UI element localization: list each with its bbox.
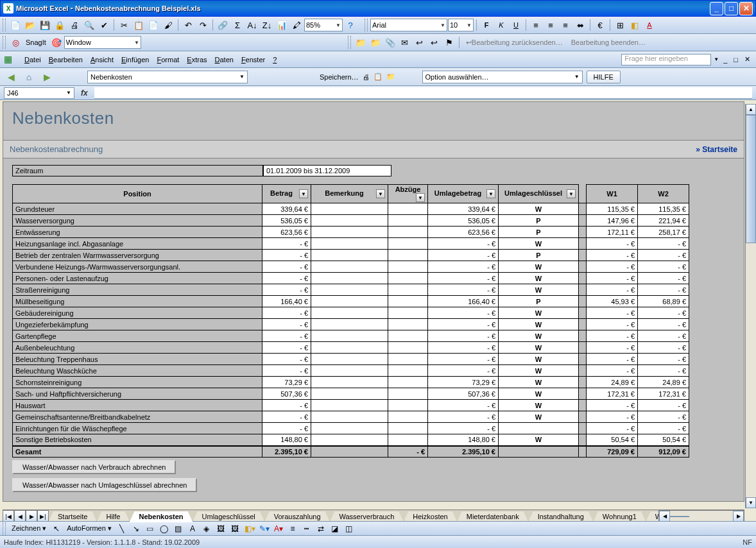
table-row[interactable]: Wasserversorgung536,05 €536,05 €P147,96 … [13,215,689,227]
save-folder-icon[interactable]: 📁 [386,73,395,81]
ask-question-box[interactable]: Frage hier eingeben [621,54,711,65]
col-umlagebetrag[interactable]: Umlagebetrag▼ [428,185,499,203]
align-center-icon[interactable]: ≡ [544,18,558,32]
chart-icon[interactable]: 📊 [275,18,289,32]
menu-?[interactable]: ? [269,55,280,65]
oval-icon[interactable]: ◯ [158,523,171,535]
filter-icon[interactable]: ▼ [567,189,576,198]
clipart-icon[interactable]: 🖼 [214,523,227,535]
drawing-icon[interactable]: 🖍 [289,18,304,32]
vertical-scrollbar[interactable]: ▲ ▼ [745,104,756,508]
option-combo[interactable]: Option auswählen…▼ [422,71,583,83]
filter-icon[interactable]: ▼ [376,189,385,198]
table-row[interactable]: Gemeinschaftsantenne/Breitbandkabelnetz-… [13,411,689,423]
envelope-icon[interactable]: ✉ [398,35,412,49]
dashstyle-icon[interactable]: ┅ [300,523,313,535]
name-box[interactable]: J46▼ [4,87,74,99]
col-w2[interactable]: W2 [638,185,689,203]
fx-icon[interactable]: fx [81,89,88,98]
hscroll-thumb[interactable] [670,516,689,517]
underline-icon[interactable]: U [509,18,523,32]
format-painter-icon[interactable]: 🖌 [161,18,175,32]
3d-icon[interactable]: ◫ [343,523,356,535]
fillcolor-icon[interactable]: ◧▾ [244,523,257,535]
table-row[interactable]: Müllbeseitigung166,40 €166,40 €P45,93 €6… [13,296,689,307]
textbox-icon[interactable]: ▤ [172,523,185,535]
filter-icon[interactable]: ▼ [299,189,308,198]
menu-extras[interactable]: Extras [183,55,210,65]
close-button[interactable]: ✕ [739,2,753,15]
table-row[interactable]: Personen- oder Lastenaufzug- €- €W- €- € [13,273,689,284]
align-right-icon[interactable]: ≡ [558,18,572,32]
replyall-icon[interactable]: ↩ [427,35,442,49]
table-row[interactable]: Grundsteuer339,64 €339,64 €W115,35 €115,… [13,203,689,215]
arrowstyle-icon[interactable]: ⇄ [314,523,327,535]
picture-icon[interactable]: 🖼 [228,523,241,535]
scroll-down-icon[interactable]: ▼ [746,497,756,508]
cut-icon[interactable]: ✂ [117,18,131,32]
review-end[interactable]: Bearbeitung beenden… [567,36,649,49]
section-combo[interactable]: Nebenkosten▼ [87,71,248,83]
minimize-button[interactable]: _ [710,2,723,15]
autosum-icon[interactable]: Σ [230,18,245,32]
sort-desc-icon[interactable]: Z↓ [260,18,274,32]
table-row[interactable]: Verbundene Heizungs-/Warmwasserversorgun… [13,261,689,273]
calc-by-consumption-button[interactable]: Wasser/Abwasser nach Verbrauch abrechnen [12,460,176,474]
col-position[interactable]: Position [13,185,262,203]
table-row[interactable]: Heizungsanlage incl. Abgasanlage- €- €W-… [13,238,689,250]
menu-bearbeiten[interactable]: Bearbeiten [45,55,87,65]
table-row[interactable]: Beleuchtung Treppenhaus- €- €W- €- € [13,354,689,365]
folder2-icon[interactable]: 📁 [368,35,382,49]
table-row[interactable]: Ungezieferbekämpfung- €- €W- €- € [13,319,689,330]
save-label[interactable]: Speichern… [320,73,359,81]
undo-icon[interactable]: ↶ [181,18,195,32]
col-abzuege[interactable]: Abzüge▼ [388,185,428,203]
snagit-icon[interactable]: ◎ [8,35,22,49]
review-sendback[interactable]: ↩ Bearbeitung zurücksenden… [462,36,567,49]
snagit-scope-combo[interactable]: Window▼ [64,36,141,49]
lineweight-icon[interactable]: ≡ [286,523,299,535]
nav-back-button[interactable]: ◀ [4,70,18,84]
flag-icon[interactable]: ⚑ [442,35,456,49]
worksheet[interactable]: Nebenkosten Nebenkostenabrechnung Starts… [3,101,744,502]
snagit-target-icon[interactable]: 🎯 [49,35,64,49]
font-color-icon[interactable]: A [642,18,657,32]
table-row[interactable]: Sonstige Betriebskosten148,80 €148,80 €W… [13,434,689,446]
attach-icon[interactable]: 📎 [383,35,397,49]
calc-by-key-button[interactable]: Wasser/Abwasser nach Umlageschlüssel abr… [12,478,197,492]
col-umlageschluessel[interactable]: Umlageschlüssel▼ [499,185,579,203]
table-row[interactable]: Gartenpflege- €- €W- €- € [13,330,689,342]
reply-icon[interactable]: ↩ [413,35,427,49]
line-icon[interactable]: ╲ [116,523,128,535]
nav-forward-button[interactable]: ▶ [40,70,54,84]
menu-fenster[interactable]: Fenster [237,55,269,65]
fontcolor2-icon[interactable]: A▾ [272,523,285,535]
shadow-icon[interactable]: ◪ [329,523,341,535]
help-button[interactable]: HILFE [587,71,621,83]
diagram-icon[interactable]: ◈ [200,523,213,535]
doc-restore-button[interactable]: □ [732,56,740,64]
currency-icon[interactable]: € [593,18,607,32]
maximize-button[interactable]: □ [725,2,738,15]
table-row[interactable]: Schornsteinreinigung73,29 €73,29 €W24,89… [13,377,689,388]
autoshapes-menu[interactable]: AutoFormen ▾ [64,524,114,533]
hscroll-right-icon[interactable]: ▶ [733,511,744,522]
borders-icon[interactable]: ⊞ [613,18,627,32]
save-icon[interactable]: 💾 [38,18,52,32]
table-row[interactable]: Entwässerung623,56 €623,56 €P172,11 €258… [13,227,689,238]
filter-icon[interactable]: ▼ [416,193,425,202]
menu-format[interactable]: Format [153,55,183,65]
scroll-up-icon[interactable]: ▲ [746,104,756,115]
new-icon[interactable]: 📄 [8,18,22,32]
table-row[interactable]: Beleuchtung Waschküche- €- €W- €- € [13,365,689,377]
hyperlink-icon[interactable]: 🔗 [216,18,230,32]
select-icon[interactable]: ↖ [50,523,63,535]
menu-einfügen[interactable]: Einfügen [117,55,153,65]
table-row[interactable]: Hauswart- €- €W- €- € [13,400,689,411]
merge-icon[interactable]: ⬌ [573,18,587,32]
nav-home-icon[interactable]: ⌂ [22,70,36,84]
italic-icon[interactable]: K [494,18,508,32]
save-copy-icon[interactable]: 📋 [374,73,382,81]
drawing-menu[interactable]: Zeichnen ▾ [9,524,49,533]
menu-daten[interactable]: Daten [211,55,237,65]
